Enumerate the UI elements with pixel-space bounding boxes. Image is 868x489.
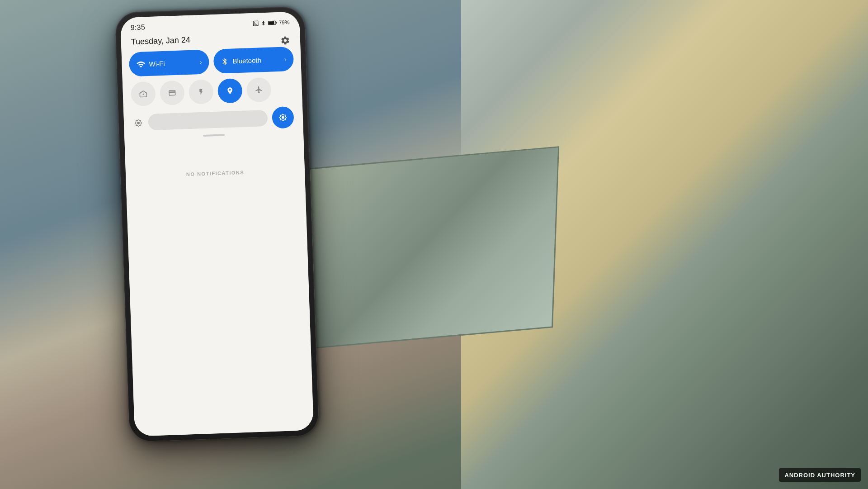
watermark: ANDROID AUTHORITY: [779, 468, 861, 482]
phone-device: 9:35: [115, 6, 320, 442]
bluetooth-tile[interactable]: Bluetooth ›: [213, 47, 294, 74]
bluetooth-tile-label: Bluetooth: [232, 55, 281, 65]
handle-bar: [203, 134, 225, 137]
brightness-auto-icon: [279, 113, 288, 122]
brightness-slider[interactable]: [148, 110, 268, 130]
svg-rect-2: [269, 21, 274, 24]
no-notifications-text: NO NOTIFICATIONS: [186, 170, 245, 177]
battery-percent: 79%: [278, 19, 290, 26]
wifi-icon: [136, 60, 146, 69]
status-icons: 79%: [252, 19, 289, 27]
mobile-data-tile[interactable]: [131, 81, 156, 107]
location-icon: [226, 87, 234, 95]
nfc-icon: [252, 20, 259, 27]
notification-shade: 9:35: [120, 11, 314, 436]
svg-rect-1: [276, 22, 277, 24]
date-text: Tuesday, Jan 24: [131, 35, 190, 47]
bluetooth-chevron-icon: ›: [284, 55, 286, 62]
settings-gear-button[interactable]: [279, 34, 291, 47]
brightness-auto-button[interactable]: [272, 106, 294, 129]
bluetooth-status-icon: [260, 20, 266, 26]
wallet-tile[interactable]: [160, 80, 185, 105]
wallet-icon: [168, 89, 177, 97]
battery-icon: [268, 20, 277, 26]
watermark-text: ANDROID AUTHORITY: [784, 472, 855, 479]
bluetooth-tile-icon: [221, 56, 229, 66]
gear-icon: [280, 35, 291, 46]
bench-plank: [282, 146, 559, 351]
icon-tiles-row: [130, 76, 295, 107]
bluetooth-icon: [221, 57, 229, 66]
brightness-icon: [134, 119, 143, 127]
status-time: 9:35: [130, 23, 145, 32]
phone-body: 9:35: [115, 6, 320, 442]
brightness-low-icon: [133, 118, 144, 128]
brightness-control-row: [131, 106, 296, 134]
notification-list-area: NO NOTIFICATIONS: [125, 140, 306, 206]
location-tile[interactable]: [217, 78, 243, 104]
wifi-tile[interactable]: Wi-Fi ›: [129, 49, 210, 76]
flashlight-tile[interactable]: [189, 79, 214, 104]
wifi-tile-label: Wi-Fi: [149, 58, 196, 68]
flashlight-icon: [197, 87, 205, 97]
brightness-fill: [148, 111, 232, 130]
signal-icon: [139, 90, 148, 98]
wifi-chevron-icon: ›: [200, 58, 202, 66]
airplane-icon: [255, 85, 263, 94]
airplane-mode-tile[interactable]: [246, 77, 272, 103]
connectivity-tiles-row: Wi-Fi › Bluetooth ›: [129, 47, 294, 77]
phone-screen: 9:35: [120, 11, 314, 436]
wifi-tile-icon: [136, 59, 146, 69]
quick-settings-panel: Wi-Fi › Bluetooth ›: [122, 46, 303, 134]
